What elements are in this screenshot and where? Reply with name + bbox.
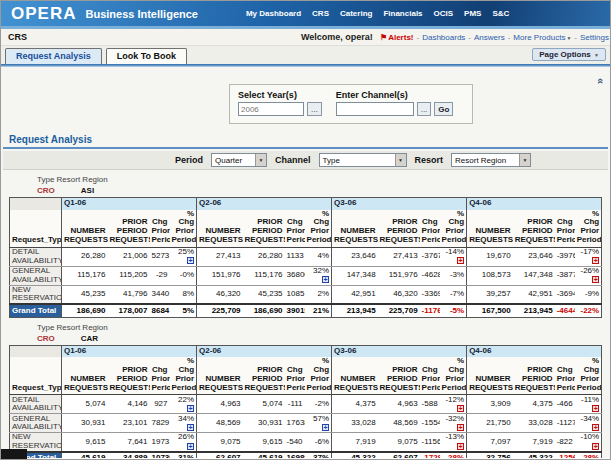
drill-up-icon: + (187, 443, 194, 450)
collapse-section-icon[interactable]: « (595, 78, 607, 84)
cell-pct-chg-prior-period: -17%+ (575, 247, 602, 266)
top-banner: OPERA Business Intelligence My Dashboard… (1, 1, 610, 29)
table-corner (10, 198, 62, 210)
column-header: NUMBER REQUESTS (62, 357, 108, 395)
cell-prior-period-requests: 45,619 (243, 452, 285, 458)
row-label-header: Request_Type (10, 357, 62, 395)
dashboards-link[interactable]: Dashboards (414, 33, 466, 42)
answers-link[interactable]: Answers (465, 33, 504, 42)
column-header: PRIOR PERIOD REQUESTS (513, 210, 555, 248)
view-selectors: Period Quarter▼ Channel Type▼ Resort Res… (3, 151, 608, 170)
divider (3, 147, 608, 149)
cell-pct-chg-prior-period: -13%+ (440, 433, 467, 452)
cell-chg-prior-period: 5273 (150, 247, 170, 266)
tab-request-analysis[interactable]: Request Analysis (5, 48, 102, 64)
cell-chg-prior-period: 10730 (150, 452, 170, 458)
cell-number-requests: 9,075 (197, 433, 243, 452)
period-select[interactable]: Quarter▼ (211, 153, 267, 167)
column-header: PRIOR PERIOD REQUESTS (513, 357, 555, 395)
cell-number-requests: 186,690 (62, 304, 108, 317)
column-header: NUMBER REQUESTS (197, 210, 243, 248)
nav-ocis[interactable]: OCIS (434, 9, 454, 18)
drill-down-icon: + (457, 443, 464, 450)
cell-prior-period-requests: 21,006 (108, 247, 150, 266)
cell-chg-prior-period: 1085 (285, 285, 305, 304)
utility-bar: CRS Welcome, opera! ⚑Alerts! Dashboards … (1, 29, 610, 46)
cell-chg-prior-period: -11764 (420, 304, 440, 317)
nav-my-dashboard[interactable]: My Dashboard (246, 9, 301, 18)
year-input[interactable] (238, 102, 304, 116)
channel-select[interactable]: Type▼ (319, 153, 407, 167)
cell-chg-prior-period: 1133 (285, 247, 305, 266)
nav-crs[interactable]: CRS (312, 9, 329, 18)
cell-pct-chg-prior-period: 4% (305, 247, 332, 266)
cell-number-requests: 4,375 (332, 395, 378, 414)
cell-pct-chg-prior-period: 34%+ (170, 414, 197, 433)
column-header: % Chg Prior Period (305, 357, 332, 395)
cell-pct-chg-prior-period: 21% (305, 304, 332, 317)
resort-select[interactable]: Resort Region▼ (451, 153, 531, 167)
nav-catering[interactable]: Catering (340, 9, 372, 18)
cell-pct-chg-prior-period: 57%+ (305, 414, 332, 433)
year-browse-button[interactable]: ... (307, 102, 322, 116)
cell-chg-prior-period: 3440 (150, 285, 170, 304)
nav-pms[interactable]: PMS (464, 9, 481, 18)
cell-number-requests: 3,909 (467, 395, 513, 414)
cell-pct-chg-prior-period: -0% (170, 266, 197, 285)
cell-chg-prior-period: -588 (420, 395, 440, 414)
alerts-link[interactable]: ⚑Alerts! (380, 33, 414, 42)
cell-prior-period-requests: 46,320 (378, 285, 420, 304)
more-products-link[interactable]: More Products▼ (505, 33, 572, 42)
settings-link[interactable]: Settings▼ (571, 33, 610, 42)
column-header: Chg Prior Period (420, 210, 440, 248)
drill-up-icon: + (187, 257, 194, 264)
cell-prior-period-requests: 7,919 (513, 433, 555, 452)
cell-prior-period-requests: 225,709 (378, 304, 420, 317)
dashboard-content: « Select Year(s) ... Enter Channel(s) ..… (1, 67, 610, 458)
cell-chg-prior-period: -111 (285, 395, 305, 414)
product-name: Business Intelligence (85, 8, 197, 20)
column-header: % Chg Prior Period (575, 357, 602, 395)
quarter-band-label: Q1-06 (62, 198, 197, 210)
quarter-band-label: Q4-06 (467, 198, 602, 210)
cell-prior-period-requests: 45,322 (513, 452, 555, 458)
tab-look-to-book[interactable]: Look To Book (106, 48, 187, 64)
row-label: NEW RESERVATION (10, 285, 62, 304)
page-options-button[interactable]: Page Options ▼ (532, 48, 606, 61)
cell-number-requests: 9,615 (62, 433, 108, 452)
cell-prior-period-requests: 115,176 (243, 266, 285, 285)
column-header: NUMBER REQUESTS (467, 357, 513, 395)
go-button[interactable]: Go (434, 102, 453, 116)
cell-prior-period-requests: 33,028 (513, 414, 555, 433)
column-header: Chg Prior Period (420, 357, 440, 395)
nav-financials[interactable]: Financials (383, 9, 422, 18)
cell-number-requests: 5,074 (62, 395, 108, 414)
cell-prior-period-requests: 213,945 (513, 304, 555, 317)
channel-input[interactable] (336, 102, 414, 116)
nav-sc[interactable]: S&C (492, 9, 509, 18)
cell-pct-chg-prior-period: 25%+ (170, 247, 197, 266)
cell-number-requests: 21,750 (467, 414, 513, 433)
cell-pct-chg-prior-period: -7% (440, 285, 467, 304)
cell-pct-chg-prior-period: 22%+ (170, 395, 197, 414)
chevron-down-icon: ▼ (519, 154, 530, 166)
quarter-band-label: Q2-06 (197, 198, 332, 210)
cell-prior-period-requests: 27,413 (378, 247, 420, 266)
channel-browse-button[interactable]: ... (417, 102, 432, 116)
row-label: DETAIL AVAILABILITY (10, 247, 62, 266)
cell-number-requests: 151,976 (197, 266, 243, 285)
cell-number-requests: 27,413 (197, 247, 243, 266)
cell-pct-chg-prior-period: -9% (575, 285, 602, 304)
column-header: PRIOR PERIOD REQUESTS (108, 210, 150, 248)
region-header-label: Type Resort Region (37, 323, 610, 332)
drill-down-icon: + (592, 276, 599, 283)
column-header: NUMBER REQUESTS (332, 357, 378, 395)
cell-pct-chg-prior-period: 37% (305, 452, 332, 458)
cell-number-requests: 39,257 (467, 285, 513, 304)
cell-prior-period-requests: 151,976 (378, 266, 420, 285)
cell-number-requests: 7,097 (467, 433, 513, 452)
cell-chg-prior-period: 16988 (285, 452, 305, 458)
row-label: GENERAL AVAILABILITY (10, 414, 62, 433)
table-corner (10, 345, 62, 357)
cell-pct-chg-prior-period: -34%+ (575, 414, 602, 433)
